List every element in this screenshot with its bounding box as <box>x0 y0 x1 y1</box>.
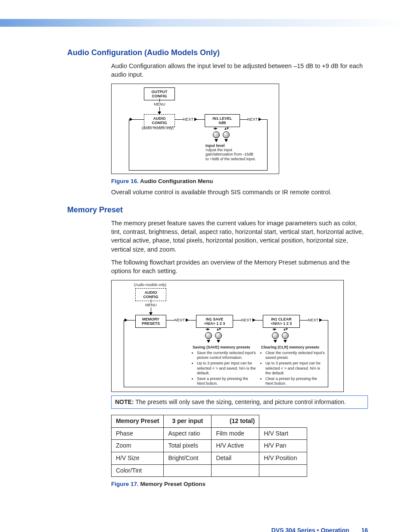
knob-icon <box>205 332 212 339</box>
table-cell: Bright/Cont <box>164 452 212 464</box>
table-cell: H/V Start <box>259 427 307 440</box>
knob-right-icon <box>223 131 230 138</box>
table-cell: Total pixels <box>164 440 212 452</box>
figure-16-diagram: OUTPUTCONFIG MENU AUDIOCONFIG (audio mod… <box>111 84 279 174</box>
table-cell: Zoom <box>112 440 164 452</box>
table-cell: H/V Pan <box>259 440 307 452</box>
knob-icon <box>272 332 279 339</box>
clear-bullets-title: Clearing (CLR) memory presets <box>261 345 326 350</box>
save-bullets-title: Saving (SAVE) memory presets <box>193 345 257 350</box>
table-cell <box>212 464 259 477</box>
table-cell: H/V Active <box>212 440 259 452</box>
label-next-m2: NEXT <box>241 318 252 322</box>
page-accent-bar <box>0 19 411 27</box>
table-row: Zoom Total pixels H/V Active H/V Pan <box>112 440 307 452</box>
label-menu: MENU <box>154 102 165 106</box>
heading-audio-config: Audio Configuration (Audio Models Only) <box>67 48 368 57</box>
page-footer: DVS 304 Series • Operation 16 <box>271 527 368 532</box>
save-bullet-1: Save the currently selected input's pict… <box>197 351 257 361</box>
figure-16-number: Figure 16. <box>111 178 139 184</box>
box-audio-config: AUDIOCONFIG <box>144 114 175 128</box>
label-next-m1: NEXT <box>174 318 185 322</box>
table-cell: Film mode <box>212 427 259 440</box>
save-bullet-3: Save a preset by pressing the Next butto… <box>197 376 257 386</box>
ud-arrows-icon-2: ▴▾ <box>217 327 221 331</box>
footer-text: DVS 304 Series • Operation <box>271 527 349 532</box>
box-in1-level: IN1 LEVEL0dB <box>205 114 240 128</box>
knob-icon <box>215 332 222 339</box>
lr-arrows-icon-3: ◂▸ <box>272 327 277 331</box>
footer-page-number: 16 <box>361 527 368 532</box>
label-next-1: NEXT <box>183 117 193 121</box>
label-menu-2: MENU <box>145 303 157 307</box>
table-cell: H/V Position <box>259 452 307 464</box>
figure-17-number: Figure 17. <box>111 481 139 487</box>
note-text: The presets will only save the sizing, c… <box>134 398 346 405</box>
para-overall-volume: Overall volume control is available thro… <box>111 188 368 196</box>
table-row: Phase Aspect ratio Film mode H/V Start <box>112 427 307 440</box>
table-cell: Aspect ratio <box>164 427 212 440</box>
table-cell: Color/Tint <box>112 464 164 477</box>
table-row: H/V Size Bright/Cont Detail H/V Position <box>112 452 307 464</box>
lr-arrows-icon: ◂▸ <box>213 126 218 131</box>
table-cell: Detail <box>212 452 259 464</box>
clear-bullet-2: Up to 3 presets per input can be selecte… <box>265 361 326 376</box>
table-row: Color/Tint <box>112 464 307 477</box>
clear-bullet-3: Clear a preset by pressing the Next butt… <box>265 376 326 386</box>
memory-preset-table: Memory Preset 3 per input (12 total) Pha… <box>111 415 307 477</box>
lr-arrows-icon-2: ◂▸ <box>206 327 210 331</box>
box-in1-clear: IN1 CLEAR<N/A> 1 2 3 <box>263 315 300 328</box>
figure-16-title: Audio Configuration Menu <box>139 178 213 184</box>
heading-memory-preset: Memory Preset <box>67 205 368 215</box>
label-audio-models-only: (audio models only) <box>142 126 174 131</box>
label-audio-models-only-2: (Audio models only) <box>134 283 166 287</box>
table-cell <box>164 464 212 477</box>
box-in1-save: IN1 SAVE<N/A> 1 2 3 <box>196 315 233 328</box>
table-cell: Phase <box>112 427 164 440</box>
table-cell: H/V Size <box>112 452 164 464</box>
save-bullet-2: Up to 3 presets per input can be selecte… <box>197 361 257 376</box>
label-next-m3: NEXT <box>308 318 318 322</box>
table-cell: 3 per input <box>164 415 212 428</box>
figure-17-diagram: (Audio models only) AUDIOCONFIG MENU MEM… <box>111 280 344 392</box>
ud-arrows-icon-3: ▴▾ <box>283 327 288 331</box>
note-label: NOTE: <box>115 398 134 405</box>
table-cell <box>259 464 307 477</box>
para-audio-intro: Audio Configuration allows the input lev… <box>111 62 368 79</box>
table-cell: (12 total) <box>212 415 259 428</box>
label-next-2: NEXT <box>247 117 258 121</box>
box-memory-presets: MEMORYPRESETS <box>135 315 166 328</box>
table-row: Memory Preset 3 per input (12 total) <box>112 415 307 428</box>
label-input-level-title: Input level <box>206 143 225 148</box>
figure-17-title: Memory Preset Options <box>139 481 206 487</box>
para-memory-intro: The memory preset feature saves the curr… <box>111 219 368 254</box>
clear-bullet-1: Clear the currently selected input's sav… <box>265 351 326 361</box>
para-memory-flowchart: The following flowchart provides an over… <box>111 258 368 276</box>
table-cell: Memory Preset <box>112 415 164 428</box>
knob-left-icon <box>213 131 220 138</box>
ud-arrows-icon: ▴▾ <box>224 126 229 131</box>
label-input-level-text: Adjust the input gain/attenuation from -… <box>206 148 256 161</box>
note-box: NOTE: The presets will only save the siz… <box>111 395 368 409</box>
knob-icon <box>282 332 289 339</box>
table-cell <box>259 415 307 428</box>
